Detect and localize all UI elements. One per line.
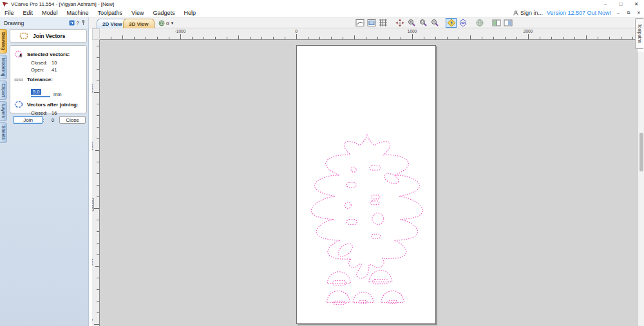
h-ruler-tick: [192, 37, 193, 39]
menu-view[interactable]: View: [127, 8, 148, 17]
child-minimize-button[interactable]: –: [615, 10, 621, 15]
split-view-icon[interactable]: [491, 18, 502, 28]
globe-icon: [158, 20, 165, 26]
minimize-button[interactable]: –: [598, 0, 613, 8]
h-ruler-tick: [447, 37, 448, 39]
zoom-interactive-icon[interactable]: [406, 18, 417, 28]
join-button[interactable]: Join: [13, 116, 43, 124]
h-ruler-tick: [540, 37, 540, 39]
version-link[interactable]: Version 12.507 Out Now!: [547, 10, 611, 16]
h-ruler-tick: [122, 35, 123, 39]
monstera-leaf-vectors[interactable]: [297, 46, 435, 323]
close-dialog-button[interactable]: Close: [59, 116, 86, 124]
dock-panel-icon[interactable]: [69, 20, 75, 26]
vertical-scrollbar[interactable]: [638, 52, 644, 326]
chevron-down-icon: ▼: [170, 21, 174, 25]
shaded-globe-icon[interactable]: [474, 18, 485, 28]
selected-closed-row: Closed: 10: [31, 60, 86, 66]
drawing-canvas[interactable]: [100, 40, 638, 326]
pin-icon[interactable]: [81, 20, 86, 26]
scrollbar-thumb[interactable]: [639, 133, 643, 171]
v-ruler-tick: [97, 173, 99, 174]
side-tab-modeling[interactable]: Modeling: [0, 55, 7, 79]
v-ruler-label: 1000: [92, 198, 94, 211]
h-ruler-tick: [343, 37, 343, 39]
vertical-ruler: 0500100015002000: [92, 40, 100, 326]
toolbar-separator: [469, 18, 473, 28]
h-ruler-tick: [273, 37, 274, 39]
v-ruler-tick: [97, 243, 99, 244]
toolpaths-flyout-tab[interactable]: Toolpaths: [635, 18, 643, 49]
menu-gadgets[interactable]: Gadgets: [148, 8, 179, 17]
h-ruler-tick: [261, 37, 262, 39]
h-ruler-tick: [354, 35, 355, 39]
v-ruler-tick: [97, 81, 99, 81]
zoom-scale-icon[interactable]: [429, 18, 440, 28]
menu-file[interactable]: File: [0, 8, 19, 17]
after-joining-heading: Vectors after joining:: [27, 102, 79, 108]
window-title: VCarve Pro 11.554 - [Vigyan Ashram] - [N…: [11, 1, 114, 7]
v-ruler-tick: [97, 254, 99, 255]
tolerance-icon: [14, 77, 24, 82]
h-ruler-tick: [505, 37, 506, 39]
ruler-origin-widget[interactable]: [92, 28, 100, 40]
v-ruler-tick: [95, 266, 99, 267]
side-tab-layers[interactable]: Layers: [0, 101, 7, 121]
job-page[interactable]: [296, 45, 436, 324]
h-ruler-tick: [227, 37, 227, 39]
v-ruler-label: 2000: [92, 82, 93, 95]
child-restore-button[interactable]: ⧉: [625, 10, 632, 15]
zoom-box-icon[interactable]: [417, 18, 428, 28]
h-ruler-tick: [389, 37, 390, 39]
h-ruler-tick: [296, 34, 297, 39]
zoom-to-material-icon[interactable]: [366, 18, 377, 28]
dialog-title: Join Vectors: [33, 33, 66, 39]
side-tab-drawing[interactable]: Drawing: [0, 29, 7, 53]
v-ruler-tick: [97, 278, 99, 278]
after-open-value: 0: [52, 117, 54, 123]
help-icon[interactable]: ?: [77, 20, 79, 26]
join-vectors-dialog-body: Selected vectors: Closed: 10 Open: 41 To…: [10, 45, 87, 113]
h-ruler-tick: [238, 35, 239, 39]
h-ruler-tick: [308, 37, 308, 39]
session-dropdown[interactable]: 0 ▼: [158, 19, 174, 28]
h-ruler-tick: [204, 37, 204, 39]
menu-edit[interactable]: Edit: [19, 8, 38, 17]
tolerance-unit: mm: [53, 91, 62, 97]
drawing-side-panel: DrawingModelingClipartLayersSheets Join …: [0, 28, 89, 326]
tolerance-input[interactable]: 5.0: [31, 84, 50, 97]
side-tab-sheets[interactable]: Sheets: [0, 122, 7, 143]
selected-vectors-heading: Selected vectors:: [27, 52, 70, 57]
tab-3d-view[interactable]: 3D View: [123, 19, 155, 28]
h-ruler-tick: [134, 37, 135, 39]
v-ruler-tick: [95, 150, 99, 151]
close-button[interactable]: ✕: [629, 0, 644, 8]
v-ruler-tick: [97, 289, 99, 290]
child-close-button[interactable]: ✕: [636, 10, 642, 15]
menu-model[interactable]: Model: [37, 8, 62, 17]
title-bar: VCarve Pro 11.554 - [Vigyan Ashram] - [N…: [0, 0, 644, 8]
menu-help[interactable]: Help: [180, 8, 201, 17]
h-ruler-tick: [250, 37, 251, 39]
grid-toggle-icon[interactable]: [377, 18, 388, 28]
side-tab-clipart[interactable]: Clipart: [0, 81, 7, 100]
selected-vectors-icon: [14, 50, 24, 58]
toolbar-separator: [440, 18, 445, 28]
snapping-toggle-icon[interactable]: [446, 18, 457, 28]
menu-toolpaths[interactable]: Toolpaths: [93, 8, 128, 17]
single-view-icon[interactable]: [502, 18, 513, 28]
snap-layers-icon[interactable]: [457, 18, 468, 28]
zoom-to-drawing-icon[interactable]: [354, 18, 365, 28]
selected-open-row: Open: 41: [31, 67, 86, 73]
after-closed-row: Closed: 16: [31, 110, 86, 116]
tolerance-heading: Tolerance:: [27, 77, 53, 82]
pan-icon[interactable]: [394, 18, 405, 28]
maximize-button[interactable]: □: [613, 0, 629, 8]
sign-in-button[interactable]: Sign in...: [513, 10, 543, 16]
h-ruler-tick: [331, 37, 332, 39]
v-ruler-label: 500: [92, 256, 93, 269]
h-ruler-tick: [459, 37, 459, 39]
menu-machine[interactable]: Machine: [62, 8, 93, 17]
h-ruler-label: 0: [295, 29, 298, 34]
v-ruler-tick: [97, 162, 99, 162]
